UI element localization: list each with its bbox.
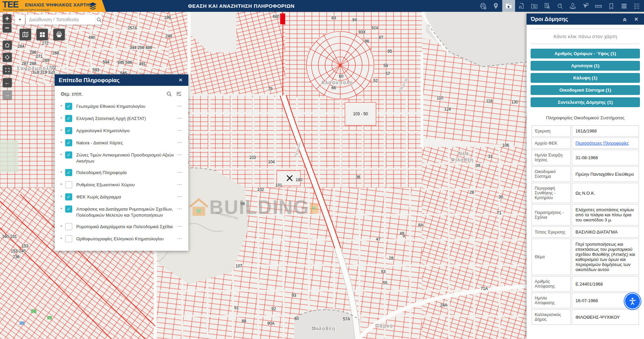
building-factor-button[interactable]: Συντελεστής Δόμησης (1) [531, 97, 640, 107]
layer-checkbox[interactable]: ✓ [65, 193, 72, 200]
bookmarks-icon[interactable] [605, 0, 618, 12]
coverage-button[interactable]: Κάλυψη (1) [531, 73, 640, 83]
expand-caret-icon[interactable]: ▸ [61, 236, 64, 240]
floors-height-button[interactable]: Αριθμός Ορόφων - Ύψος (1) [531, 49, 640, 58]
layer-item[interactable]: ▸ ✓ Ορθοφωτογραφίες Ελληνικού Κτηματολογ… [61, 235, 182, 242]
layer-label: Ελληνική Στατιστική Αρχή (ΕΛΣΤΑΤ) [76, 115, 174, 122]
layer-checkbox[interactable]: ✓ [65, 205, 72, 213]
parcel-number-label: 153-240 [11, 249, 26, 253]
layers-stack-icon [88, 2, 97, 12]
search-icon[interactable] [96, 15, 102, 25]
layer-item[interactable]: ▸ ✓ Ελληνική Στατιστική Αρχή (ΕΛΣΤΑΤ) ⋯ [61, 115, 182, 122]
info-row: Αρχείο ΦΕΚΠερισσότερες Πληροφορίες [532, 138, 639, 149]
parcel-number-label: 344 256 489 [130, 45, 152, 50]
zoom-out-button[interactable]: − [3, 24, 11, 32]
next-extent-button[interactable]: → [3, 90, 12, 99]
layer-menu-dots-icon[interactable]: ⋯ [174, 205, 182, 212]
layer-item[interactable]: ▸ ✓ Πολεοδομική Πληροφορία ⋯ [61, 169, 182, 176]
layer-checkbox[interactable]: ✓ [65, 127, 72, 134]
layer-checkbox[interactable]: ✓ [65, 235, 72, 242]
expand-caret-icon[interactable]: ▸ [61, 104, 64, 107]
page-search-icon[interactable] [541, 0, 554, 12]
layer-item[interactable]: ▸ ✓ Αρχαιολογικό Κτηματολόγιο ⋯ [61, 127, 182, 134]
folder-search-icon[interactable] [528, 0, 541, 12]
tee-logo[interactable]: ΤΕΕ ΕΝΙΑΙΟΣ ΨΗΦΙΑΚΟΣ ΧΑΡΤΗΣ ΤΕΧΝΙΚΟ ΕΠΙΜ… [0, 0, 107, 12]
building-system-button[interactable]: Οικοδομικό Σύστημα (1) [531, 85, 640, 95]
layer-item[interactable]: ▸ ✓ Ρυθμίσεις Εξωαστικού Χώρου ⋯ [61, 181, 182, 188]
layer-menu-dots-icon[interactable]: ⋯ [174, 169, 182, 175]
search-icon[interactable] [166, 91, 172, 97]
legend-icon[interactable] [630, 0, 643, 12]
layer-list-icon[interactable] [618, 0, 630, 12]
parcel-number-label: 199 [164, 15, 171, 20]
search-type-dropdown[interactable]: ▼ [15, 15, 25, 25]
close-icon[interactable]: ✕ [177, 77, 184, 83]
expand-caret-icon[interactable]: ▸ [61, 152, 64, 156]
map-area[interactable]: 490199257A344 256 4892494912682722842862… [0, 12, 644, 339]
close-icon[interactable]: ✕ [633, 16, 640, 22]
layer-menu-dots-icon[interactable]: ⋯ [174, 115, 182, 121]
expand-caret-icon[interactable]: ▸ [61, 224, 64, 227]
layer-menu-dots-icon[interactable]: ⋯ [174, 139, 182, 146]
location-pin-icon[interactable] [489, 0, 502, 12]
measure-icon[interactable] [592, 0, 605, 12]
parcel-number-label: 680 [273, 14, 279, 19]
area-locator-icon[interactable] [566, 0, 579, 12]
expand-caret-icon[interactable]: ▸ [61, 128, 64, 131]
parcel-number-label: 491 [139, 62, 146, 66]
layer-checkbox[interactable]: ✓ [65, 169, 72, 176]
layer-checkbox[interactable]: ✓ [65, 103, 72, 110]
zoom-in-button[interactable]: + [3, 14, 11, 23]
search-input[interactable] [26, 15, 96, 25]
layer-item[interactable]: ▸ ✓ ΦΕΚ Χωρίς Διάγραμμα ⋯ [61, 193, 182, 200]
accessibility-person-icon [628, 297, 637, 306]
layer-menu-dots-icon[interactable]: ⋯ [174, 103, 182, 109]
parcel-number-label: 30 [499, 195, 503, 199]
layer-menu-dots-icon[interactable]: ⋯ [174, 193, 182, 200]
layer-item[interactable]: ▸ ✓ Γεωτεμάχια Εθνικού Κτηματολογίου ⋯ [61, 103, 182, 110]
expand-caret-icon[interactable]: ▸ [61, 207, 64, 210]
layer-checkbox[interactable]: ✓ [65, 139, 72, 146]
expand-caret-icon[interactable]: ▸ [61, 140, 64, 144]
layer-checkbox[interactable]: ✓ [65, 151, 72, 159]
expand-caret-icon[interactable]: ▸ [61, 194, 64, 198]
fullscreen-button[interactable] [3, 65, 12, 74]
document-search-icon[interactable] [515, 0, 528, 12]
expand-caret-icon[interactable]: ▸ [61, 116, 64, 119]
fek-more-info-link[interactable]: Περισσότερες Πληροφορίες [572, 138, 639, 149]
layer-checkbox[interactable]: ✓ [65, 181, 72, 188]
layer-menu-dots-icon[interactable]: ⋯ [174, 223, 182, 229]
search-refresh-icon[interactable] [554, 0, 566, 12]
expand-caret-icon[interactable]: ▸ [61, 170, 64, 173]
parcel-number-label: 594 [103, 60, 109, 65]
accessibility-button[interactable] [624, 293, 641, 309]
page-title: ΘΕΑΣΗ ΚΑΙ ΑΝΑΖΗΤΗΣΗ ΠΛΗΡΟΦΟΡΙΩΝ [188, 0, 294, 12]
home-extent-button[interactable] [3, 41, 12, 50]
layer-menu-dots-icon[interactable]: ⋯ [174, 235, 182, 242]
layer-item[interactable]: ▸ ✓ Ζώνες Τιμών Αντικειμενικού Προσδιορι… [61, 151, 182, 164]
expand-caret-icon[interactable]: ▸ [61, 182, 64, 186]
filter-sort-icon[interactable] [176, 91, 182, 97]
parcel-number-label: 96 [240, 201, 245, 206]
previous-extent-button[interactable]: ← [3, 78, 12, 87]
terms-buttons: Αριθμός Ορόφων - Ύψος (1) Αρτιότητα (1) … [527, 49, 644, 107]
layer-item[interactable]: ▸ ✓ Natura - Δασικοί Χάρτες ⋯ [61, 139, 182, 146]
layer-menu-dots-icon[interactable]: ⋯ [174, 151, 182, 158]
layer-checkbox[interactable]: ✓ [65, 115, 72, 122]
select-by-shape-icon[interactable] [579, 0, 592, 12]
layer-checkbox[interactable]: ✓ [65, 223, 72, 230]
layer-menu-dots-icon[interactable]: ⋯ [174, 181, 182, 188]
layer-item[interactable]: ▸ ✓ Ρυμοτομικά Διαγράμματα και Πολεοδομι… [61, 223, 182, 230]
artiotita-button[interactable]: Αρτιότητα (1) [531, 61, 640, 71]
my-location-button[interactable] [3, 53, 12, 62]
basemap-button[interactable] [20, 29, 31, 40]
print-map-button[interactable] [53, 29, 65, 40]
layer-label: Αρχαιολογικό Κτηματολόγιο [76, 127, 174, 134]
layer-item[interactable]: ▸ ✓ Αποφάσεις και Διατάγματα Ρυμοτομικών… [61, 205, 182, 218]
tile-layout-button[interactable] [36, 29, 48, 40]
layer-menu-dots-icon[interactable]: ⋯ [174, 127, 182, 134]
identify-window-icon[interactable] [502, 0, 515, 12]
print-export-icon[interactable] [477, 0, 489, 12]
collapse-icon[interactable] [622, 16, 628, 22]
layer-label: Αποφάσεις και Διατάγματα Ρυμοτομικών Σχε… [76, 205, 174, 218]
